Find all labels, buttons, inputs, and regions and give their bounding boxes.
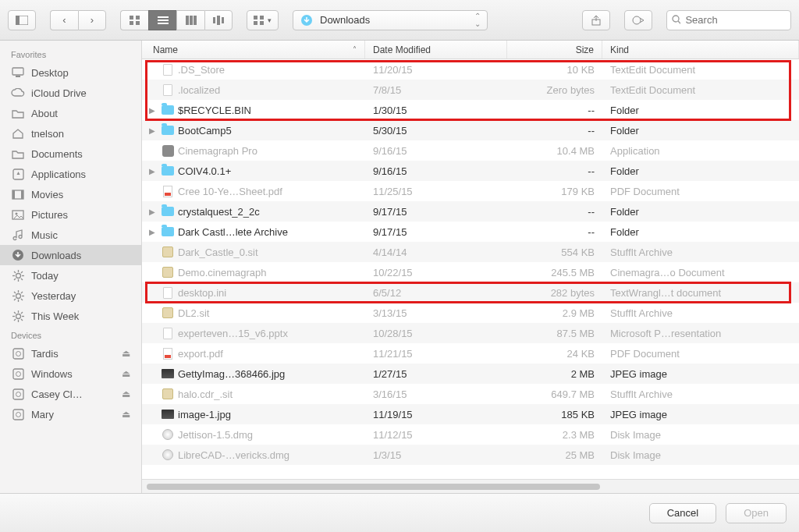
file-size: 649.7 MB	[507, 384, 602, 404]
svg-rect-8	[158, 23, 169, 24]
svg-rect-1	[16, 16, 20, 25]
eject-icon[interactable]: ⏏	[122, 348, 130, 359]
svg-rect-65	[13, 410, 23, 420]
svg-line-38	[21, 278, 23, 280]
sidebar-item-movies[interactable]: Movies	[0, 184, 141, 204]
table-row[interactable]: experteven…15_v6.pptx10/28/1587.5 MBMicr…	[142, 323, 799, 343]
file-name: DL2.sit	[178, 307, 209, 319]
eject-icon[interactable]: ⏏	[122, 388, 130, 399]
desktop-icon	[11, 66, 25, 80]
search-input[interactable]	[685, 14, 786, 26]
view-mode-group	[120, 10, 233, 30]
table-row[interactable]: Dark_Castle_0.sit4/14/14554 KBStuffIt Ar…	[142, 242, 799, 262]
tags-button[interactable]	[624, 10, 652, 30]
column-header-kind[interactable]: Kind	[602, 41, 799, 59]
sidebar-item-tardis[interactable]: Tardis⏏	[0, 343, 141, 364]
table-row[interactable]: ▶BootCamp55/30/15--Folder	[142, 120, 799, 140]
horizontal-scrollbar[interactable]	[142, 479, 799, 493]
sidebar-item-pictures[interactable]: Pictures	[0, 204, 141, 225]
sidebar-item-applications[interactable]: Applications	[0, 164, 141, 184]
svg-point-21	[673, 16, 679, 22]
icon-view-button[interactable]	[120, 10, 148, 30]
sidebar-item-icloud-drive[interactable]: iCloud Drive	[0, 83, 141, 103]
table-row[interactable]: Cree 10-Ye…Sheet.pdf11/25/15179 KBPDF Do…	[142, 181, 799, 201]
disk-icon	[11, 407, 25, 421]
disclosure-triangle-icon[interactable]: ▶	[147, 207, 158, 216]
svg-line-40	[14, 278, 16, 280]
folder-dropdown[interactable]: Downloads ⌃⌄	[293, 10, 488, 30]
file-date: 9/16/15	[365, 140, 507, 161]
table-row[interactable]: Jettison-1.5.dmg11/12/152.3 MBDisk Image	[142, 424, 799, 445]
sidebar-item-downloads[interactable]: Downloads	[0, 245, 141, 265]
back-button[interactable]: ‹	[50, 10, 78, 30]
table-row[interactable]: Cinemagraph Pro9/16/1510.4 MBApplication	[142, 140, 799, 161]
table-row[interactable]: halo.cdr_.sit3/16/15649.7 MBStuffIt Arch…	[142, 384, 799, 404]
file-date: 9/16/15	[365, 161, 507, 181]
table-row[interactable]: desktop.ini6/5/12282 bytesTextWrangl…t d…	[142, 282, 799, 303]
disclosure-triangle-icon[interactable]: ▶	[147, 106, 158, 115]
grid-icon	[130, 16, 140, 25]
sidebar-item-music[interactable]: Music	[0, 225, 141, 245]
sidebar-toggle-button[interactable]	[8, 10, 36, 30]
table-row[interactable]: GettyImag…368466.jpg1/27/152 MBJPEG imag…	[142, 364, 799, 384]
sidebar-item-label: Music	[31, 229, 58, 241]
share-button[interactable]	[582, 10, 610, 30]
img-icon	[161, 367, 175, 381]
open-button[interactable]: Open	[726, 503, 787, 523]
file-name: Demo.cinemagraph	[178, 267, 266, 278]
sidebar-item-today[interactable]: Today	[0, 265, 141, 286]
table-row[interactable]: ▶crystalquest_2_2c9/17/15--Folder	[142, 201, 799, 222]
table-row[interactable]: ▶Dark Castl…lete Archive9/17/15--Folder	[142, 222, 799, 242]
folder-dropdown-label: Downloads	[320, 14, 370, 26]
sidebar-item-documents[interactable]: Documents	[0, 144, 141, 164]
table-row[interactable]: LibreCAD-…vericks.dmg1/3/1525 MBDisk Ima…	[142, 445, 799, 465]
search-box[interactable]	[666, 10, 791, 30]
coverflow-icon	[213, 16, 224, 25]
sidebar-item-tnelson[interactable]: tnelson	[0, 123, 141, 144]
file-size: --	[507, 100, 602, 120]
file-date: 1/27/15	[365, 364, 507, 384]
disk-icon	[11, 387, 25, 401]
cancel-button[interactable]: Cancel	[649, 503, 716, 523]
table-row[interactable]: ▶COIV4.0.1+9/16/15--Folder	[142, 161, 799, 181]
disclosure-triangle-icon[interactable]: ▶	[147, 126, 158, 135]
table-row[interactable]: .DS_Store11/20/1510 KBTextEdit Document	[142, 59, 799, 80]
sidebar-item-this-week[interactable]: This Week	[0, 306, 141, 326]
archive-icon	[161, 306, 175, 320]
sidebar-item-desktop[interactable]: Desktop	[0, 62, 141, 83]
table-row[interactable]: DL2.sit3/13/152.9 MBStuffIt Archive	[142, 303, 799, 323]
file-name: experteven…15_v6.pptx	[178, 328, 288, 339]
disclosure-triangle-icon[interactable]: ▶	[147, 167, 158, 176]
list-view-button[interactable]	[148, 10, 176, 30]
sort-asc-icon: ˄	[353, 45, 357, 54]
arrange-button[interactable]: ▾	[247, 10, 279, 30]
sidebar-item-windows[interactable]: Windows⏏	[0, 364, 141, 384]
column-header-name[interactable]: Name ˄	[142, 41, 365, 59]
toolbar: ‹ › ▾ Downloads ⌃⌄	[0, 0, 799, 41]
column-view-button[interactable]	[176, 10, 204, 30]
table-row[interactable]: .localized7/8/15Zero bytesTextEdit Docum…	[142, 80, 799, 100]
table-row[interactable]: ▶$RECYCLE.BIN1/30/15--Folder	[142, 100, 799, 120]
sidebar-item-label: Mary	[31, 409, 54, 420]
disclosure-triangle-icon[interactable]: ▶	[147, 228, 158, 236]
sidebar-item-mary[interactable]: Mary⏏	[0, 404, 141, 424]
column-header-date[interactable]: Date Modified	[365, 41, 507, 59]
sidebar-item-about[interactable]: About	[0, 103, 141, 123]
coverflow-view-button[interactable]	[204, 10, 233, 30]
sidebar-item-yesterday[interactable]: Yesterday	[0, 286, 141, 306]
scrollbar-thumb[interactable]	[147, 484, 600, 490]
file-list[interactable]: .DS_Store11/20/1510 KBTextEdit Document.…	[142, 59, 799, 479]
arrange-icon	[254, 16, 265, 25]
sidebar-item-label: tnelson	[31, 128, 64, 140]
forward-button[interactable]: ›	[78, 10, 106, 30]
table-row[interactable]: Demo.cinemagraph10/22/15245.5 MBCinemagr…	[142, 262, 799, 282]
svg-line-22	[678, 21, 680, 24]
table-row[interactable]: export.pdf11/21/1524 KBPDF Document	[142, 343, 799, 364]
eject-icon[interactable]: ⏏	[122, 368, 130, 379]
eject-icon[interactable]: ⏏	[122, 409, 130, 420]
table-row[interactable]: image-1.jpg11/19/15185 KBJPEG image	[142, 404, 799, 424]
folder-icon	[11, 147, 25, 161]
column-header-size[interactable]: Size	[507, 41, 602, 59]
svg-rect-27	[12, 190, 15, 199]
sidebar-item-casey-cl-[interactable]: Casey Cl…⏏	[0, 384, 141, 404]
